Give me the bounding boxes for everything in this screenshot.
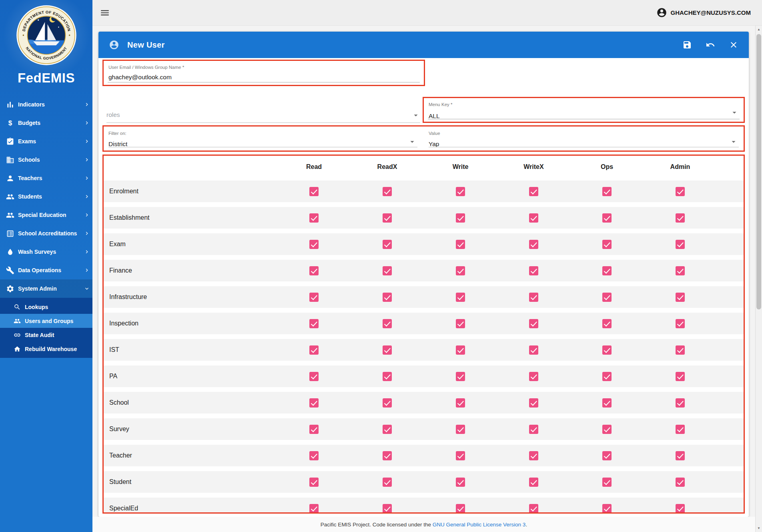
checkbox-establishment-readx[interactable] [383, 213, 392, 223]
checkbox-infrastructure-admin[interactable] [676, 293, 685, 302]
checkbox-pa-ops[interactable] [602, 372, 612, 381]
checkbox-enrolment-writex[interactable] [529, 187, 538, 196]
checkbox-finance-read[interactable] [309, 266, 319, 275]
sidebar-item-teachers[interactable]: Teachers [0, 169, 92, 187]
roles-select[interactable]: roles [106, 108, 420, 123]
checkbox-pa-read[interactable] [309, 372, 319, 381]
checkbox-exam-readx[interactable] [383, 240, 392, 249]
checkbox-pa-admin[interactable] [676, 372, 685, 381]
menu-key-field-group[interactable]: Menu Key * ALL [423, 97, 745, 123]
checkbox-ist-writex[interactable] [529, 345, 538, 355]
checkbox-pa-writex[interactable] [529, 372, 538, 381]
checkbox-enrolment-readx[interactable] [383, 187, 392, 196]
checkbox-ist-read[interactable] [309, 345, 319, 355]
sidebar-item-special-education[interactable]: Special Education [0, 206, 92, 224]
checkbox-survey-write[interactable] [456, 425, 465, 434]
checkbox-school-writex[interactable] [529, 398, 538, 408]
filter-value-select[interactable]: Value Yap [429, 126, 739, 151]
checkbox-ist-write[interactable] [456, 345, 465, 355]
checkbox-specialed-readx[interactable] [383, 504, 392, 513]
checkbox-exam-read[interactable] [309, 240, 319, 249]
checkbox-finance-readx[interactable] [383, 266, 392, 275]
checkbox-school-admin[interactable] [676, 398, 685, 408]
checkbox-infrastructure-write[interactable] [456, 293, 465, 302]
checkbox-exam-writex[interactable] [529, 240, 538, 249]
sidebar-item-schools[interactable]: Schools [0, 151, 92, 169]
sidebar-item-system-admin[interactable]: System Admin [0, 279, 92, 298]
checkbox-inspection-readx[interactable] [383, 319, 392, 328]
checkbox-specialed-writex[interactable] [529, 504, 538, 513]
checkbox-inspection-admin[interactable] [676, 319, 685, 328]
checkbox-ist-ops[interactable] [602, 345, 612, 355]
checkbox-specialed-admin[interactable] [676, 504, 685, 513]
checkbox-teacher-admin[interactable] [676, 451, 685, 460]
checkbox-school-ops[interactable] [602, 398, 612, 408]
checkbox-exam-admin[interactable] [676, 240, 685, 249]
checkbox-finance-write[interactable] [456, 266, 465, 275]
checkbox-finance-admin[interactable] [676, 266, 685, 275]
checkbox-survey-read[interactable] [309, 425, 319, 434]
checkbox-inspection-write[interactable] [456, 319, 465, 328]
footer-license-link[interactable]: GNU General Public License Version 3 [433, 522, 526, 528]
checkbox-teacher-readx[interactable] [383, 451, 392, 460]
checkbox-inspection-ops[interactable] [602, 319, 612, 328]
menu-icon[interactable] [100, 8, 110, 18]
checkbox-pa-write[interactable] [456, 372, 465, 381]
sidebar-subitem-users-and-groups[interactable]: Users and Groups [0, 314, 92, 328]
checkbox-student-writex[interactable] [529, 478, 538, 487]
sidebar-item-students[interactable]: Students [0, 187, 92, 206]
checkbox-survey-admin[interactable] [676, 425, 685, 434]
checkbox-pa-readx[interactable] [383, 372, 392, 381]
checkbox-specialed-ops[interactable] [602, 504, 612, 513]
checkbox-inspection-writex[interactable] [529, 319, 538, 328]
sidebar-item-indicators[interactable]: Indicators [0, 95, 92, 114]
checkbox-school-write[interactable] [456, 398, 465, 408]
sidebar-item-data-operations[interactable]: Data Operations [0, 261, 92, 279]
checkbox-enrolment-write[interactable] [456, 187, 465, 196]
checkbox-enrolment-read[interactable] [309, 187, 319, 196]
checkbox-survey-ops[interactable] [602, 425, 612, 434]
checkbox-establishment-write[interactable] [456, 213, 465, 223]
checkbox-finance-writex[interactable] [529, 266, 538, 275]
checkbox-establishment-admin[interactable] [676, 213, 685, 223]
checkbox-student-read[interactable] [309, 478, 319, 487]
sidebar-item-exams[interactable]: Exams [0, 132, 92, 151]
checkbox-school-read[interactable] [309, 398, 319, 408]
checkbox-infrastructure-readx[interactable] [383, 293, 392, 302]
checkbox-school-readx[interactable] [383, 398, 392, 408]
checkbox-ist-readx[interactable] [383, 345, 392, 355]
checkbox-enrolment-admin[interactable] [676, 187, 685, 196]
checkbox-ist-admin[interactable] [676, 345, 685, 355]
checkbox-teacher-ops[interactable] [602, 451, 612, 460]
scroll-down-arrow[interactable]: ▼ [756, 525, 762, 532]
checkbox-student-ops[interactable] [602, 478, 612, 487]
checkbox-establishment-writex[interactable] [529, 213, 538, 223]
checkbox-teacher-read[interactable] [309, 451, 319, 460]
checkbox-survey-readx[interactable] [383, 425, 392, 434]
checkbox-student-readx[interactable] [383, 478, 392, 487]
checkbox-exam-ops[interactable] [602, 240, 612, 249]
sidebar-item-school-accreditations[interactable]: School Accreditations [0, 224, 92, 243]
checkbox-student-write[interactable] [456, 478, 465, 487]
checkbox-enrolment-ops[interactable] [602, 187, 612, 196]
checkbox-specialed-write[interactable] [456, 504, 465, 513]
filter-on-select[interactable]: Filter on: District [108, 126, 417, 151]
checkbox-exam-write[interactable] [456, 240, 465, 249]
checkbox-infrastructure-read[interactable] [309, 293, 319, 302]
undo-button[interactable] [706, 40, 715, 50]
close-button[interactable] [729, 40, 738, 50]
checkbox-survey-writex[interactable] [529, 425, 538, 434]
account-chip[interactable]: GHACHEY@NUZUSYS.COM [656, 7, 751, 18]
sidebar-item-budgets[interactable]: $Budgets [0, 114, 92, 132]
checkbox-specialed-read[interactable] [309, 504, 319, 513]
checkbox-infrastructure-ops[interactable] [602, 293, 612, 302]
scrollbar[interactable]: ▲ ▼ [755, 26, 762, 532]
checkbox-teacher-writex[interactable] [529, 451, 538, 460]
checkbox-establishment-ops[interactable] [602, 213, 612, 223]
sidebar-subitem-lookups[interactable]: Lookups [0, 300, 92, 314]
save-button[interactable] [682, 40, 692, 50]
checkbox-teacher-write[interactable] [456, 451, 465, 460]
checkbox-establishment-read[interactable] [309, 213, 319, 223]
sidebar-subitem-state-audit[interactable]: State Audit [0, 328, 92, 342]
scroll-up-arrow[interactable]: ▲ [756, 26, 762, 33]
